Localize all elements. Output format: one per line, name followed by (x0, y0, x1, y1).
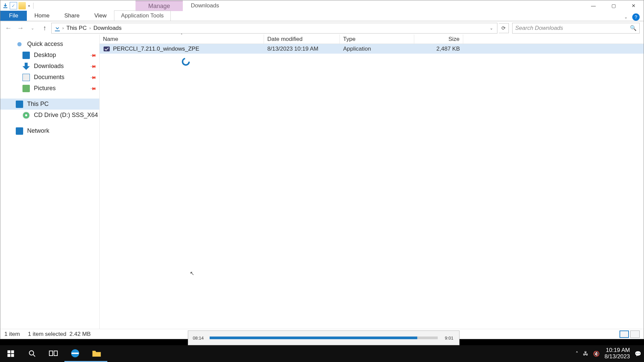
pictures-icon (22, 85, 30, 92)
start-button[interactable] (0, 345, 21, 362)
close-button[interactable]: ✕ (624, 0, 644, 11)
minimize-button[interactable]: — (583, 0, 603, 11)
system-tray: ˄ 🖧 🔇 10:19 AM 8/13/2023 💬 (576, 347, 644, 360)
application-icon (103, 45, 110, 53)
sidebar-item-label: Quick access (27, 41, 63, 48)
tab-home[interactable]: Home (27, 11, 57, 21)
task-view-icon (49, 350, 58, 358)
help-button[interactable]: ? (632, 13, 640, 21)
navigation-pane: Quick access Desktop📌 Downloads📌 Documen… (0, 35, 100, 329)
downloads-icon (22, 63, 30, 70)
sidebar-desktop[interactable]: Desktop📌 (0, 50, 99, 61)
svg-rect-0 (104, 46, 110, 51)
tab-view[interactable]: View (87, 11, 114, 21)
down-arrow-icon (2, 3, 8, 9)
file-size: 2,487 KB (414, 46, 463, 52)
media-progress-bar: 08:14 9:01 (188, 330, 460, 345)
pc-icon (16, 101, 23, 108)
breadcrumb-this-pc[interactable]: This PC (65, 25, 88, 32)
pin-icon: 📌 (90, 85, 97, 92)
tab-application-tools[interactable]: Application Tools (114, 10, 171, 21)
svg-point-2 (29, 351, 34, 355)
file-date: 8/13/2023 10:19 AM (264, 46, 340, 52)
status-item-count: 1 item (4, 331, 20, 338)
svg-rect-3 (49, 351, 53, 356)
sidebar-item-label: Network (27, 127, 49, 134)
maximize-button[interactable]: ▢ (603, 0, 624, 11)
action-center-button[interactable]: 💬 (635, 351, 641, 357)
media-progress-fill (210, 337, 417, 339)
taskbar-explorer-button[interactable] (86, 345, 107, 362)
breadcrumb-downloads[interactable]: Downloads (92, 25, 123, 32)
address-bar[interactable]: › This PC › Downloads ⌄ (51, 23, 497, 34)
sidebar-item-label: Desktop (34, 52, 56, 59)
address-history-dropdown[interactable]: ⌄ (488, 26, 495, 31)
sidebar-quick-access[interactable]: Quick access (0, 39, 99, 50)
column-type[interactable]: Type (340, 35, 414, 44)
star-icon (16, 41, 23, 48)
search-box[interactable]: Search Downloads 🔍 (512, 23, 640, 34)
ie-icon (70, 348, 80, 359)
tab-share[interactable]: Share (57, 11, 87, 21)
column-name[interactable]: Name˄ (100, 35, 264, 44)
breadcrumb-chevron-icon[interactable]: › (61, 26, 65, 31)
sidebar-item-label: CD Drive (D:) SSS_X64 (34, 112, 98, 119)
pin-icon: 📌 (90, 52, 97, 59)
taskbar-ie-button[interactable] (64, 345, 86, 362)
taskbar-search-button[interactable] (21, 345, 43, 362)
media-position: 08:14 (188, 336, 208, 341)
pin-icon: 📌 (90, 63, 97, 70)
ribbon-collapse-icon[interactable]: ⌄ (624, 15, 628, 19)
file-type: Application (340, 46, 414, 52)
address-bar-row: ← → ⌄ ↑ › This PC › Downloads ⌄ ⟳ Search… (0, 21, 644, 35)
nav-back-button[interactable]: ← (3, 23, 14, 34)
desktop-icon (22, 52, 30, 59)
sidebar-downloads[interactable]: Downloads📌 (0, 61, 99, 72)
file-row[interactable]: PERCCLI_7.211.0_windows_ZPE 8/13/2023 10… (100, 44, 644, 54)
network-icon (16, 127, 23, 135)
title-bar: ✓ ▾ Manage Downloads — ▢ ✕ (0, 0, 644, 11)
breadcrumb-chevron-icon[interactable]: › (88, 26, 92, 31)
view-large-icons-button[interactable] (630, 330, 640, 338)
sidebar-cd-drive[interactable]: CD Drive (D:) SSS_X64 (0, 110, 99, 121)
sidebar-item-label: Downloads (34, 63, 64, 70)
sort-indicator-icon: ˄ (181, 33, 182, 37)
sidebar-pictures[interactable]: Pictures📌 (0, 83, 99, 94)
sidebar-item-label: Pictures (34, 85, 56, 92)
file-list-pane: Name˄ Date modified Type Size PERCCLI_7.… (100, 35, 644, 329)
sidebar-network[interactable]: Network (0, 125, 99, 136)
tray-date: 8/13/2023 (604, 354, 630, 360)
windows-icon (6, 349, 15, 358)
qat-properties-button[interactable]: ✓ (10, 2, 17, 9)
media-seek-track[interactable] (210, 337, 438, 339)
sidebar-this-pc[interactable]: This PC (0, 99, 99, 110)
nav-up-button[interactable]: ↑ (39, 23, 50, 34)
column-date[interactable]: Date modified (264, 35, 340, 44)
nav-forward-button[interactable]: → (15, 23, 26, 34)
task-view-button[interactable] (43, 345, 64, 362)
nav-recent-dropdown[interactable]: ⌄ (27, 23, 38, 34)
sidebar-item-label: Documents (34, 74, 64, 81)
qat-customize-dropdown[interactable]: ▾ (27, 2, 31, 9)
context-tab-manage[interactable]: Manage (136, 1, 183, 11)
tab-file[interactable]: File (0, 11, 27, 21)
quick-access-toolbar: ✓ ▾ (0, 2, 35, 9)
search-icon: 🔍 (630, 25, 637, 31)
column-size[interactable]: Size (414, 35, 463, 44)
tray-volume-icon[interactable]: 🔇 (593, 351, 600, 357)
documents-icon (22, 74, 30, 81)
refresh-button[interactable]: ⟳ (499, 23, 509, 33)
tray-overflow-button[interactable]: ˄ (576, 351, 578, 357)
qat-new-folder-button[interactable] (18, 2, 26, 9)
sidebar-documents[interactable]: Documents📌 (0, 72, 99, 83)
svg-rect-4 (54, 351, 57, 356)
downloads-folder-icon (54, 24, 61, 32)
folder-icon (92, 349, 102, 358)
search-icon (28, 349, 37, 358)
tray-network-icon[interactable]: 🖧 (583, 351, 588, 357)
media-duration: 9:01 (439, 336, 459, 341)
file-name: PERCCLI_7.211.0_windows_ZPE (113, 46, 199, 52)
qat-separator (33, 3, 34, 9)
view-details-button[interactable] (620, 330, 629, 338)
tray-clock[interactable]: 10:19 AM 8/13/2023 (604, 347, 630, 360)
